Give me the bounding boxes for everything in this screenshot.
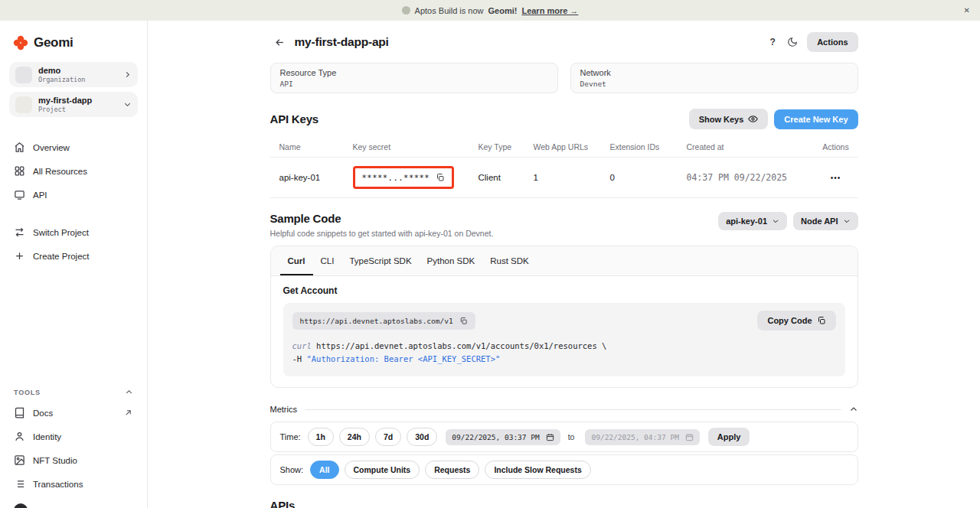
key-type: Client (469, 164, 524, 190)
announcement-text: Aptos Build is now (415, 6, 484, 15)
column-header: Name (270, 137, 344, 157)
row-actions-menu[interactable]: ••• (814, 165, 858, 190)
tab-cli[interactable]: CLI (313, 246, 342, 275)
sidebar-item-label: Create Project (33, 252, 90, 261)
network-card: Network Devnet (570, 63, 858, 93)
announcement-icon (402, 6, 410, 15)
copy-code-button[interactable]: Copy Code (757, 311, 835, 331)
range-24h-button[interactable]: 24h (339, 428, 370, 446)
eye-icon (748, 114, 758, 124)
resource-type-card: Resource Type API (270, 63, 558, 93)
chevron-down-icon (843, 217, 851, 225)
sample-code-card: Curl CLI TypeScript SDK Python SDK Rust … (270, 246, 858, 388)
create-project-button[interactable]: Create Project (9, 244, 138, 268)
main-area: my-first-dapp-api ? Actions Resource Typ… (148, 21, 980, 508)
key-secret-value: *****...***** (362, 173, 430, 182)
range-1h-button[interactable]: 1h (308, 428, 334, 446)
resource-type-label: Resource Type (280, 68, 548, 77)
sidebar-item-nft-studio[interactable]: NFT Studio (9, 448, 138, 472)
monitor-icon (14, 189, 25, 200)
back-button[interactable] (270, 32, 290, 52)
code-command: curl (292, 341, 312, 350)
show-all-button[interactable]: All (310, 461, 338, 479)
apply-button[interactable]: Apply (708, 428, 750, 446)
network-value: Devnet (580, 80, 848, 88)
project-selector[interactable]: my-first-dapp Project (9, 92, 138, 117)
sidebar-item-label: NFT Studio (33, 456, 77, 465)
tab-rust-sdk[interactable]: Rust SDK (482, 246, 537, 275)
org-selector[interactable]: demo Organization (9, 62, 138, 87)
range-7d-button[interactable]: 7d (375, 428, 401, 446)
datetime-to-input[interactable]: 09/22/2025, 04:37 PM (585, 429, 699, 445)
show-label: Show: (280, 465, 304, 474)
metrics-section-header[interactable]: Metrics (270, 405, 858, 414)
web-app-urls-count: 1 (524, 164, 601, 190)
sidebar-item-label: Docs (33, 409, 53, 418)
page-header: my-first-dapp-api ? Actions (270, 31, 858, 54)
sidebar-item-identity[interactable]: Identity (9, 425, 138, 448)
key-secret-highlighted[interactable]: *****...***** (353, 166, 455, 189)
sidebar-item-transactions[interactable]: Transactions (9, 472, 138, 496)
chevron-up-icon (125, 388, 133, 396)
datetime-from-value: 09/22/2025, 03:37 PM (452, 433, 539, 441)
tab-curl[interactable]: Curl (280, 246, 313, 275)
sidebar-item-label: All Resources (33, 167, 87, 176)
resource-type-value: API (280, 80, 548, 88)
home-icon (14, 142, 25, 153)
project-name: my-first-dapp (38, 96, 117, 105)
sidebar-item-api[interactable]: API (9, 183, 138, 207)
time-filter-bar: Time: 1h 24h 7d 30d 09/22/2025, 03:37 PM… (270, 422, 858, 452)
sidebar-item-all-resources[interactable]: All Resources (9, 159, 138, 183)
code-line2-flag: -H (292, 354, 307, 363)
switch-project-button[interactable]: Switch Project (9, 220, 138, 244)
show-keys-button[interactable]: Show Keys (689, 109, 769, 129)
brand-logo[interactable]: Geomi (9, 30, 138, 62)
resource-info: Resource Type API Network Devnet (270, 63, 858, 93)
chevron-down-icon (772, 217, 779, 225)
arrow-left-icon (274, 37, 286, 48)
sidebar-item-docs[interactable]: Docs (9, 401, 138, 425)
sidebar-item-overview[interactable]: Overview (9, 135, 138, 159)
sidebar-item-label: Switch Project (33, 228, 89, 237)
tab-typescript-sdk[interactable]: TypeScript SDK (341, 246, 419, 275)
include-slow-requests-button[interactable]: Include Slow Requests (485, 461, 590, 479)
list-icon (14, 478, 25, 490)
tools-header[interactable]: TOOLS (9, 385, 138, 401)
table-header-row: Name Key secret Key Type Web App URLs Ex… (270, 137, 858, 158)
created-at: 04:37 PM 09/22/2025 (678, 164, 814, 191)
api-select-value: Node API (801, 217, 838, 226)
chevron-up-icon[interactable] (849, 405, 858, 414)
theme-toggle-button[interactable] (782, 32, 802, 52)
tab-python-sdk[interactable]: Python SDK (420, 246, 483, 275)
banner-close-icon[interactable]: ✕ (964, 7, 970, 15)
sidebar-project-actions: Switch Project Create Project (9, 220, 138, 268)
datetime-from-input[interactable]: 09/22/2025, 03:37 PM (446, 429, 560, 445)
learn-more-link[interactable]: Learn more → (521, 6, 578, 15)
account-menu[interactable] (9, 496, 138, 508)
api-keys-table: Name Key secret Key Type Web App URLs Ex… (270, 137, 858, 198)
snippet-title: Get Account (283, 285, 845, 296)
show-requests-button[interactable]: Requests (425, 461, 479, 479)
create-new-key-button[interactable]: Create New Key (774, 109, 858, 129)
api-select-dropdown[interactable]: Node API (793, 212, 858, 230)
help-button[interactable]: ? (763, 32, 782, 52)
org-type-label: Organization (38, 76, 117, 83)
show-compute-units-button[interactable]: Compute Units (345, 461, 420, 479)
range-30d-button[interactable]: 30d (407, 428, 437, 446)
moon-icon (787, 37, 798, 47)
code-line2-string: "Authorization: Bearer <API_KEY_SECRET>" (306, 354, 500, 363)
calendar-icon (546, 433, 554, 441)
column-header: Key Type (469, 137, 524, 157)
sidebar-nav: Overview All Resources API (9, 135, 138, 207)
plus-icon (14, 250, 25, 262)
identity-person-icon (14, 431, 25, 442)
extension-ids-count: 0 (601, 164, 678, 190)
org-name: demo (38, 66, 117, 75)
copy-icon[interactable] (436, 173, 445, 182)
endpoint-chip[interactable]: https://api.devnet.aptoslabs.com/v1 (292, 312, 475, 330)
app-body: Geomi demo Organization my-first-dapp Pr… (0, 21, 980, 508)
actions-button[interactable]: Actions (807, 32, 858, 52)
key-select-dropdown[interactable]: api-key-01 (718, 212, 787, 230)
copy-icon[interactable] (459, 317, 468, 325)
network-label: Network (580, 68, 848, 77)
